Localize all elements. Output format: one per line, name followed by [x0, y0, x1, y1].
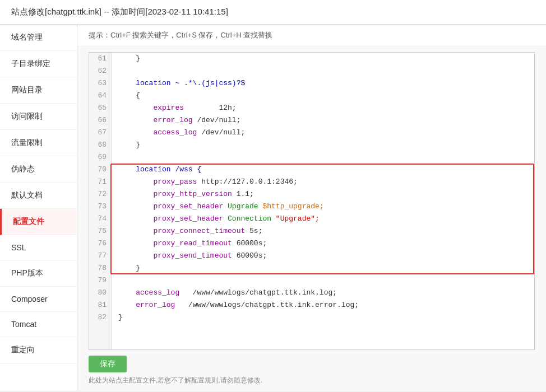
code-line-70: location /wss { — [118, 164, 528, 176]
code-line-75: proxy_connect_timeout 5s; — [118, 225, 528, 237]
content-area: 提示：Ctrl+F 搜索关键字，Ctrl+S 保存，Ctrl+H 查找替换 61… — [77, 25, 546, 391]
code-line-73: proxy_set_header Upgrade $http_upgrade; — [118, 200, 528, 213]
code-line-61: } — [118, 53, 528, 65]
code-line-77: proxy_send_timeout 60000s; — [118, 250, 528, 262]
page-title: 站点修改[chatgpt.ttk.ink] -- 添加时间[2023-02-11… — [11, 7, 228, 16]
sidebar-item-重定向[interactable]: 重定向 — [0, 337, 77, 363]
sidebar-item-网站目录[interactable]: 网站目录 — [0, 77, 77, 104]
code-line-62 — [118, 65, 528, 77]
code-line-72: proxy_http_version 1.1; — [118, 188, 528, 200]
line-numbers: 6162636465666768697071727374757677787980… — [89, 53, 112, 349]
sidebar-item-Tomcat[interactable]: Tomcat — [0, 312, 77, 337]
sidebar-item-访问限制[interactable]: 访问限制 — [0, 104, 77, 130]
title-bar: 站点修改[chatgpt.ttk.ink] -- 添加时间[2023-02-11… — [0, 0, 546, 25]
sidebar-item-默认文档[interactable]: 默认文档 — [0, 183, 77, 209]
code-line-78: } — [118, 262, 528, 274]
sidebar-item-PHP版本[interactable]: PHP版本 — [0, 260, 77, 287]
sidebar: 域名管理子目录绑定网站目录访问限制流量限制伪静态默认文档配置文件SSLPHP版本… — [0, 25, 77, 391]
code-line-69 — [118, 151, 528, 164]
footer-note: 此处为站点主配置文件,若您不了解配置规则,请勿随意修改. — [89, 376, 535, 385]
code-line-74: proxy_set_header Connection "Upgrade"; — [118, 213, 528, 225]
code-line-82: } — [118, 311, 528, 324]
sidebar-item-流量限制[interactable]: 流量限制 — [0, 130, 77, 156]
sidebar-item-伪静态[interactable]: 伪静态 — [0, 156, 77, 183]
sidebar-item-子目录绑定[interactable]: 子目录绑定 — [0, 51, 77, 77]
code-line-80: access_log /www/wwwlogs/chatgpt.ttk.ink.… — [118, 287, 528, 299]
code-line-64: { — [118, 90, 528, 102]
sidebar-item-SSL[interactable]: SSL — [0, 235, 77, 260]
code-editor-wrapper[interactable]: 6162636465666768697071727374757677787980… — [89, 52, 535, 350]
code-line-79 — [118, 274, 528, 287]
code-line-65: expires 12h; — [118, 102, 528, 114]
code-line-63: location ~ .*\.(js|css)?$ — [118, 77, 528, 90]
save-button[interactable]: 保存 — [89, 356, 127, 372]
code-line-76: proxy_read_timeout 60000s; — [118, 237, 528, 250]
code-line-67: access_log /dev/null; — [118, 127, 528, 139]
code-line-81: error_log /www/wwwlogs/chatgpt.ttk.ink.e… — [118, 299, 528, 311]
sidebar-item-域名管理[interactable]: 域名管理 — [0, 25, 77, 51]
code-line-71: proxy_pass http://127.0.0.1:2346; — [118, 176, 528, 188]
sidebar-item-配置文件[interactable]: 配置文件 — [0, 209, 77, 235]
code-line-66: error_log /dev/null; — [118, 114, 528, 127]
code-line-68: } — [118, 139, 528, 151]
sidebar-item-Composer[interactable]: Composer — [0, 287, 77, 312]
hint-bar: 提示：Ctrl+F 搜索关键字，Ctrl+S 保存，Ctrl+H 查找替换 — [77, 25, 546, 46]
